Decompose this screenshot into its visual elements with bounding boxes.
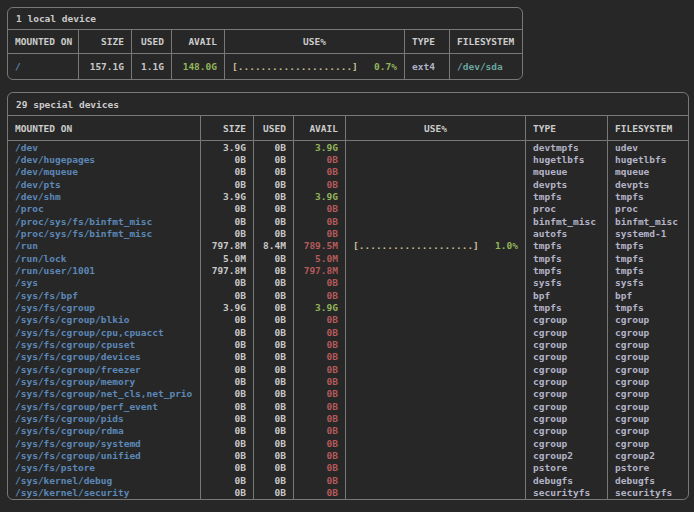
used-cell: 0B [254, 215, 294, 227]
column-header-size: SIZE [201, 116, 254, 141]
used-cell: 0B [254, 363, 294, 375]
type-cell: securityfs [526, 486, 608, 498]
mount-cell: /sys/fs/cgroup/freezer [8, 363, 201, 375]
use-percent-cell [346, 412, 526, 424]
use-percent-cell [346, 400, 526, 412]
use-percent-cell [346, 375, 526, 387]
filesystem-cell: /dev/sda [450, 54, 522, 79]
filesystem-cell: pstore [608, 462, 688, 474]
size-cell: 0B [201, 215, 254, 227]
type-cell: cgroup [526, 425, 608, 437]
avail-cell: 0B [294, 326, 346, 338]
avail-cell: 0B [294, 375, 346, 387]
column-header-avail: AVAIL [294, 116, 346, 141]
used-cell: 0B [254, 351, 294, 363]
use-percent-cell [346, 486, 526, 498]
size-cell: 0B [201, 462, 254, 474]
used-cell: 0B [254, 400, 294, 412]
column-header-filesystem: FILESYSTEM [608, 116, 688, 141]
used-cell: 0B [254, 153, 294, 165]
mount-cell: /sys/fs/cgroup/rdma [8, 425, 201, 437]
filesystem-cell: securityfs [608, 486, 688, 498]
size-cell: 0B [201, 289, 254, 301]
avail-cell: 5.0M [294, 252, 346, 264]
use-percent-cell [346, 289, 526, 301]
type-cell: hugetlbfs [526, 153, 608, 165]
column-header-used: USED [132, 30, 172, 54]
filesystem-cell: bpf [608, 289, 688, 301]
type-cell: binfmt_misc [526, 215, 608, 227]
use-percent-cell [346, 264, 526, 276]
filesystem-cell: tmpfs [608, 252, 688, 264]
filesystem-cell: tmpfs [608, 240, 688, 252]
size-cell: 0B [201, 363, 254, 375]
usage-bar: [....................] [232, 61, 358, 72]
used-cell: 0B [254, 227, 294, 239]
avail-cell: 0B [294, 400, 346, 412]
avail-cell: 3.9G [294, 190, 346, 202]
column-header-size: SIZE [79, 30, 132, 54]
special-devices-grid: MOUNTED ONSIZEUSEDAVAILUSE%TYPEFILESYSTE… [8, 116, 688, 499]
used-cell: 8.4M [254, 240, 294, 252]
mount-cell: /run/user/1001 [8, 264, 201, 276]
used-cell: 1.1G [132, 54, 172, 79]
used-cell: 0B [254, 486, 294, 498]
column-header-used: USED [254, 116, 294, 141]
avail-cell: 0B [294, 474, 346, 486]
filesystem-cell: cgroup [608, 351, 688, 363]
usage-percent: 1.0% [495, 240, 518, 251]
use-percent-cell [346, 388, 526, 400]
size-cell: 0B [201, 412, 254, 424]
size-cell: 3.9G [201, 190, 254, 202]
avail-cell: 0B [294, 227, 346, 239]
filesystem-cell: systemd-1 [608, 227, 688, 239]
filesystem-cell: cgroup2 [608, 449, 688, 461]
avail-cell: 0B [294, 462, 346, 474]
use-percent-cell [346, 437, 526, 449]
avail-cell: 0B [294, 289, 346, 301]
size-cell: 0B [201, 153, 254, 165]
size-cell: 0B [201, 178, 254, 190]
use-percent-cell [346, 227, 526, 239]
mount-cell: /run/lock [8, 252, 201, 264]
used-cell: 0B [254, 388, 294, 400]
use-percent-cell [346, 338, 526, 350]
type-cell: tmpfs [526, 264, 608, 276]
avail-cell: 0B [294, 153, 346, 165]
used-cell: 0B [254, 326, 294, 338]
special-devices-title: 29 special devices [8, 93, 688, 116]
column-header-mounted-on: MOUNTED ON [8, 30, 79, 54]
type-cell: cgroup [526, 375, 608, 387]
filesystem-cell: tmpfs [608, 264, 688, 276]
type-cell: sysfs [526, 277, 608, 289]
size-cell: 5.0M [201, 252, 254, 264]
mount-cell: /sys/fs/cgroup/perf_event [8, 400, 201, 412]
avail-cell: 0B [294, 486, 346, 498]
use-percent-cell [346, 252, 526, 264]
size-cell: 0B [201, 425, 254, 437]
filesystem-cell: mqueue [608, 166, 688, 178]
use-percent-cell [346, 314, 526, 326]
mount-cell: /dev/pts [8, 178, 201, 190]
filesystem-cell: proc [608, 203, 688, 215]
local-devices-table: 1 local device MOUNTED ONSIZEUSEDAVAILUS… [7, 7, 523, 80]
use-percent-cell [346, 363, 526, 375]
local-devices-title: 1 local device [8, 8, 522, 30]
size-cell: 157.1G [79, 54, 132, 79]
size-cell: 0B [201, 314, 254, 326]
avail-cell: 0B [294, 338, 346, 350]
filesystem-cell: cgroup [608, 400, 688, 412]
avail-cell: 797.8M [294, 264, 346, 276]
use-percent-cell [346, 215, 526, 227]
type-cell: cgroup2 [526, 449, 608, 461]
filesystem-cell: cgroup [608, 338, 688, 350]
local-devices-grid: MOUNTED ONSIZEUSEDAVAILUSE%TYPEFILESYSTE… [8, 30, 522, 79]
use-percent-cell [346, 166, 526, 178]
type-cell: cgroup [526, 326, 608, 338]
use-percent-cell [346, 277, 526, 289]
use-percent-cell [346, 153, 526, 165]
mount-cell: /run [8, 240, 201, 252]
use-percent-cell [346, 141, 526, 153]
use-percent-cell [346, 474, 526, 486]
mount-cell: /sys/fs/cgroup/blkio [8, 314, 201, 326]
